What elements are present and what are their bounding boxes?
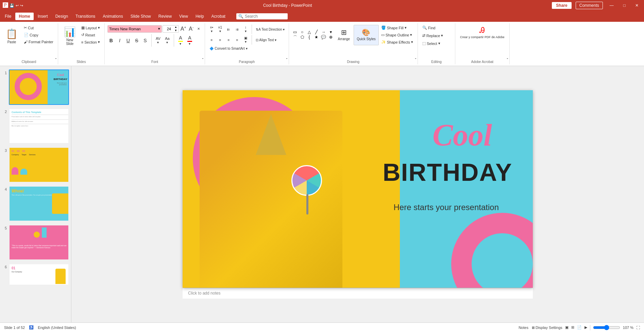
menu-acrobat[interactable]: Acrobat [208, 13, 229, 20]
quick-styles-button[interactable]: 🎨 Quick Styles [354, 25, 379, 45]
menu-insert[interactable]: Insert [34, 13, 51, 20]
new-slide-button[interactable]: 📊 New Slide [61, 25, 79, 48]
shape-rect[interactable]: ▭ [292, 30, 299, 34]
slide-thumb-3[interactable]: 3 01 02 03 CompanyTargetServices [1, 146, 70, 183]
paragraph-expand[interactable]: ⌄ [286, 57, 288, 60]
reset-button[interactable]: ↺ Reset [80, 32, 102, 38]
menu-home[interactable]: Home [15, 13, 33, 20]
strikethrough-button[interactable]: S [133, 37, 140, 44]
slide-img-4[interactable]: Whoa! This is the year of the presentati… [9, 186, 69, 221]
cut-button[interactable]: ✂ Cut [22, 25, 55, 31]
slideshow-button[interactable]: ▶ [584, 325, 587, 330]
reading-view-button[interactable]: 📄 [577, 325, 582, 330]
find-button[interactable]: 🔍 Find [421, 25, 437, 31]
search-input[interactable] [245, 14, 286, 19]
shape-more[interactable]: ▾ [327, 30, 334, 34]
bullets-button[interactable]: ≡•▾ [208, 25, 215, 34]
align-text-button[interactable]: ⊡ Align Text ▾ [254, 37, 277, 43]
font-expand[interactable]: ⌄ [202, 57, 204, 60]
format-painter-button[interactable]: 🖌 Format Painter [22, 39, 55, 45]
acrobat-expand[interactable]: ⌄ [506, 57, 509, 60]
decrease-font-button[interactable]: A- [188, 25, 194, 33]
change-case-button[interactable]: Aa ▾ [163, 35, 171, 45]
menu-transitions[interactable]: Transitions [72, 13, 99, 20]
quick-access-undo[interactable]: ↩ [16, 3, 19, 8]
accessibility-icon[interactable]: ♿ [29, 325, 34, 330]
shape-triangle[interactable]: △ [306, 30, 313, 34]
font-color-button[interactable]: A ▾ [186, 34, 194, 47]
zoom-slider[interactable] [593, 325, 620, 330]
shape-circle[interactable]: ○ [299, 30, 306, 34]
language[interactable]: English (United States) [38, 326, 76, 330]
slide-sorter-button[interactable]: ⊞ [571, 325, 574, 330]
clear-formatting-button[interactable]: ✕ [195, 26, 202, 32]
menu-design[interactable]: Design [52, 13, 71, 20]
increase-font-button[interactable]: A+ [180, 25, 187, 33]
decrease-indent-button[interactable]: ⇇ [225, 27, 232, 32]
menu-slideshow[interactable]: Slide Show [127, 13, 154, 20]
comments-button[interactable]: Comments [576, 2, 603, 9]
copy-button[interactable]: 📄 Copy [22, 32, 55, 38]
menu-view[interactable]: View [176, 13, 191, 20]
shape-effects-button[interactable]: ✨ Shape Effects ▾ [379, 39, 415, 45]
columns-button[interactable]: ▣▾ [242, 35, 249, 45]
increase-indent-button[interactable]: ⇉ [233, 27, 241, 32]
font-size-increase[interactable]: ▲ [174, 26, 177, 29]
shape-fill-button[interactable]: 🪣 Shape Fill ▾ [379, 25, 415, 31]
shape-pentagon[interactable]: ⬠ [299, 35, 306, 41]
slide-img-3[interactable]: 01 02 03 CompanyTargetServices [9, 147, 69, 183]
close-button[interactable]: ✕ [632, 2, 641, 9]
section-button[interactable]: ≡ Section ▾ [80, 39, 102, 45]
slide-thumb-5[interactable]: 5 "This is a quote, words full of vision… [1, 224, 70, 261]
shape-line[interactable]: ╱ [313, 30, 320, 34]
layout-dropdown[interactable]: ▾ [98, 26, 100, 30]
text-direction-button[interactable]: ⇅A Text Direction ▾ [254, 27, 286, 32]
highlight-button[interactable]: A ▾ [176, 34, 185, 47]
shape-callout[interactable]: 💬 [320, 35, 327, 41]
shape-arrow[interactable]: → [320, 30, 327, 34]
notes-button[interactable]: Notes [519, 326, 528, 330]
font-size-decrease[interactable]: ▼ [174, 29, 177, 32]
font-size-input[interactable] [164, 27, 174, 31]
arrange-button[interactable]: ⊞ Arrange [335, 25, 353, 45]
menu-review[interactable]: Review [155, 13, 175, 20]
line-spacing-button[interactable]: ↕▾ [242, 25, 249, 34]
layout-button[interactable]: ▦ Layout ▾ [80, 25, 102, 31]
shadow-button[interactable]: S [141, 37, 149, 44]
slide-thumb-1[interactable]: 1 Cool BIRTHDAY Here starts your present… [1, 69, 70, 106]
minimize-button[interactable]: — [607, 2, 616, 9]
slide-img-6[interactable]: 01 Our Company [9, 264, 69, 285]
shape-equation[interactable]: ⊕ [327, 35, 334, 41]
notes-area[interactable]: Click to add notes [183, 288, 533, 299]
replace-button[interactable]: ⇄ Replace ▾ [421, 32, 445, 39]
italic-button[interactable]: I [116, 37, 123, 44]
font-name-selector[interactable]: Times New Roman ▾ [107, 25, 162, 33]
display-settings-button[interactable]: 🖥 Display Settings [531, 326, 562, 330]
bold-button[interactable]: B [107, 37, 115, 44]
shape-star[interactable]: ★ [313, 35, 320, 41]
char-spacing-button[interactable]: AV ▾ [154, 35, 162, 45]
normal-view-button[interactable]: ▣ [565, 325, 569, 330]
share-button[interactable]: Share [552, 2, 571, 9]
align-right-button[interactable]: ≡ [225, 37, 232, 43]
create-pdf-button[interactable]: Ꭿ Crear y compartir PDF de Adobe [458, 25, 507, 40]
drawing-expand[interactable]: ⌄ [414, 57, 417, 60]
select-button[interactable]: ⬚ Select ▾ [421, 40, 442, 47]
shape-bracket[interactable]: { [306, 35, 313, 41]
slide-thumb-6[interactable]: 6 01 Our Company [1, 263, 70, 286]
slide-view[interactable]: Cool BIRTHDAY Here starts your presentat… [183, 90, 533, 288]
quick-access-save[interactable]: 💾 [10, 3, 14, 8]
justify-button[interactable]: ≡ [233, 37, 241, 43]
slide-img-2[interactable]: Contents of This Template Presentation t… [9, 108, 69, 144]
align-left-button[interactable]: ≡ [208, 37, 215, 43]
slide-thumb-2[interactable]: 2 Contents of This Template Presentation… [1, 108, 70, 144]
shape-arc[interactable]: ⌒ [292, 35, 299, 41]
quick-access-redo[interactable]: ↪ [20, 3, 23, 8]
slide-img-1[interactable]: Cool BIRTHDAY Here starts your presentat… [9, 69, 69, 105]
clipboard-expand[interactable]: ⌄ [55, 57, 57, 60]
fit-slide-button[interactable]: ⛶ [636, 326, 640, 330]
slide-thumb-4[interactable]: 4 Whoa! This is the year of the presenta… [1, 185, 70, 222]
numbering-button[interactable]: ≡1▾ [216, 25, 224, 34]
paste-button[interactable]: 📋 Paste [3, 25, 21, 48]
maximize-button[interactable]: □ [621, 2, 628, 9]
